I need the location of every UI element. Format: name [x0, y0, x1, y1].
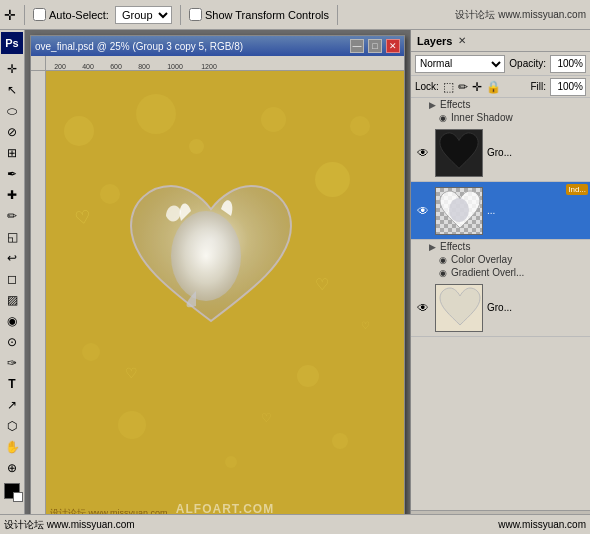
auto-select-checkbox[interactable] [33, 8, 46, 21]
fill-input[interactable] [550, 78, 586, 96]
crop-tool[interactable]: ⊞ [2, 143, 22, 163]
separator-3 [337, 5, 338, 25]
effects-text-2: Effects [440, 241, 470, 252]
inner-shadow-item: ◉ Inner Shadow [411, 111, 590, 124]
history-tool[interactable]: ↩ [2, 248, 22, 268]
foreground-color[interactable] [4, 483, 20, 499]
selected-layer-thumbnail [435, 187, 483, 235]
opacity-label: Opacity: [509, 58, 546, 69]
ruler-tick-400: 400 [74, 63, 102, 70]
inner-shadow-text: Inner Shadow [451, 112, 513, 123]
opacity-input[interactable] [550, 55, 586, 73]
effects-label-2: ▶ Effects [411, 240, 590, 253]
layers-tab-close[interactable]: ✕ [458, 35, 466, 46]
main-canvas-area: ove_final.psd @ 25% (Group 3 copy 5, RGB… [25, 30, 410, 534]
auto-select-label: Auto-Select: [49, 9, 109, 21]
bg-heart-1: ♡ [73, 206, 93, 230]
gradient-tool[interactable]: ▨ [2, 290, 22, 310]
lock-position-icon[interactable]: ✛ [472, 80, 482, 94]
layers-list: ▶ Effects ◉ Inner Shadow 👁 Gro... 👁 [411, 98, 590, 510]
close-button[interactable]: ✕ [386, 39, 400, 53]
bg-heart-5: ♡ [361, 320, 370, 331]
ruler-corner [31, 56, 46, 71]
stamp-tool[interactable]: ◱ [2, 227, 22, 247]
blend-mode-select[interactable]: Normal [415, 55, 505, 73]
separator-1 [24, 5, 25, 25]
lock-label: Lock: [415, 81, 439, 92]
dodge-tool[interactable]: ⊙ [2, 332, 22, 352]
eraser-tool[interactable]: ◻ [2, 269, 22, 289]
dark-heart-thumbnail [435, 129, 483, 177]
canvas-titlebar: ove_final.psd @ 25% (Group 3 copy 5, RGB… [31, 36, 404, 56]
ruler-horizontal: 200 400 600 800 1000 1200 [31, 56, 404, 71]
effects-text-1: Effects [440, 99, 470, 110]
light-heart-thumbnail [435, 284, 483, 332]
background-color[interactable] [13, 492, 23, 502]
ruler-tick-800: 800 [130, 63, 158, 70]
ruler-tick-1000: 1000 [158, 63, 192, 70]
svg-point-1 [449, 198, 469, 222]
color-overlay-text: Color Overlay [451, 254, 512, 265]
bg-heart-4: ♡ [261, 411, 272, 425]
lasso-tool[interactable]: ⬭ [2, 101, 22, 121]
ruler-tick-600: 600 [102, 63, 130, 70]
light-heart-layer-name: Gro... [487, 302, 586, 313]
blur-tool[interactable]: ◉ [2, 311, 22, 331]
move-tool-icon[interactable]: ✛ [4, 7, 16, 23]
layers-panel: Layers ✕ Normal Opacity: Lock: ⬚ ✏ ✛ 🔒 F… [410, 30, 590, 534]
lock-pixels-icon[interactable]: ✏ [458, 80, 468, 94]
hand-tool[interactable]: ✋ [2, 437, 22, 457]
dark-heart-visibility-toggle[interactable]: 👁 [415, 145, 431, 161]
site-top-text: 设计论坛 www.missyuan.com [455, 8, 586, 22]
svg-point-0 [171, 211, 241, 301]
selected-layer-row[interactable]: 👁 ... Ind... [411, 182, 590, 240]
transform-controls-group: Show Transform Controls [189, 8, 329, 21]
selected-layer-visibility-toggle[interactable]: 👁 [415, 203, 431, 219]
canvas-title: ove_final.psd @ 25% (Group 3 copy 5, RGB… [35, 41, 346, 52]
zoom-tool[interactable]: ⊕ [2, 458, 22, 478]
ps-logo: Ps [1, 32, 23, 54]
canvas-image-area[interactable]: ♡ ♡ ♡ ♡ ♡ [46, 71, 404, 524]
transform-controls-checkbox[interactable] [189, 8, 202, 21]
text-tool[interactable]: T [2, 374, 22, 394]
ruler-vertical [31, 71, 46, 524]
ruler-tick-200: 200 [46, 63, 74, 70]
lock-transparency-icon[interactable]: ⬚ [443, 80, 454, 94]
auto-select-group: Auto-Select: [33, 8, 109, 21]
effects-label-1: ▶ Effects [411, 98, 590, 111]
light-heart-visibility-toggle[interactable]: 👁 [415, 300, 431, 316]
dark-heart-layer-name: Gro... [487, 147, 586, 158]
left-toolbar: Ps ✛ ↖ ⬭ ⊘ ⊞ ✒ ✚ ✏ ◱ ↩ ◻ ▨ ◉ ⊙ ✑ T ↗ ⬡ ✋… [0, 30, 25, 534]
path-select-tool[interactable]: ↗ [2, 395, 22, 415]
separator-2 [180, 5, 181, 25]
heal-tool[interactable]: ✚ [2, 185, 22, 205]
pen-tool[interactable]: ✑ [2, 353, 22, 373]
heart-svg [111, 171, 311, 351]
top-toolbar: ✛ Auto-Select: Group Show Transform Cont… [0, 0, 590, 30]
shape-tool[interactable]: ⬡ [2, 416, 22, 436]
ruler-ticks: 200 400 600 800 1000 1200 [46, 56, 226, 70]
dark-heart-layer-row[interactable]: 👁 Gro... [411, 124, 590, 182]
blend-mode-row: Normal Opacity: [411, 52, 590, 76]
lock-row: Lock: ⬚ ✏ ✛ 🔒 Fill: [411, 76, 590, 98]
gradient-overlay-text: Gradient Overl... [451, 267, 524, 278]
light-heart-layer-row[interactable]: 👁 Gro... [411, 279, 590, 337]
selected-layer-name: ... [487, 205, 586, 216]
status-bar: 设计论坛 www.missyuan.com www.missyuan.com [0, 514, 590, 534]
lock-all-icon[interactable]: 🔒 [486, 80, 501, 94]
gradient-overlay-item: ◉ Gradient Overl... [411, 266, 590, 279]
main-heart-container [111, 171, 311, 351]
minimize-button[interactable]: — [350, 39, 364, 53]
magic-wand-tool[interactable]: ⊘ [2, 122, 22, 142]
canvas-background: ♡ ♡ ♡ ♡ ♡ [46, 71, 404, 524]
select-tool[interactable]: ↖ [2, 80, 22, 100]
maximize-button[interactable]: □ [368, 39, 382, 53]
eyedropper-tool[interactable]: ✒ [2, 164, 22, 184]
brush-tool[interactable]: ✏ [2, 206, 22, 226]
group-select[interactable]: Group [115, 6, 172, 24]
bg-heart-3: ♡ [315, 275, 329, 294]
fx-badge: Ind... [566, 184, 588, 195]
move-tool[interactable]: ✛ [2, 59, 22, 79]
status-left: 设计论坛 www.missyuan.com [4, 518, 135, 532]
layers-tab-label[interactable]: Layers [417, 35, 452, 47]
